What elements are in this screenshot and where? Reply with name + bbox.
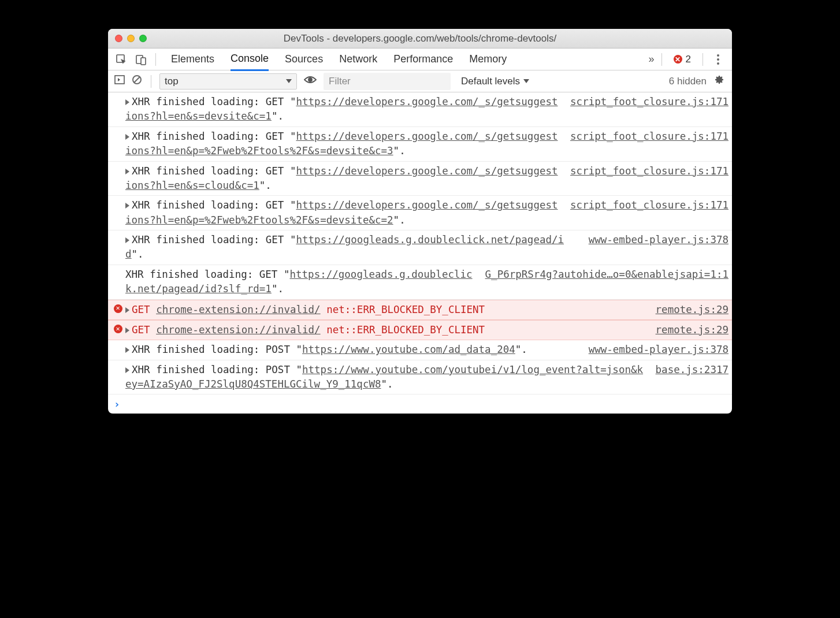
- message-text: XHR finished loading: GET "https://googl…: [125, 267, 485, 297]
- message-gutter: [110, 164, 125, 193]
- disclosure-triangle-icon[interactable]: [125, 347, 129, 353]
- error-code: net::ERR_BLOCKED_BY_CLIENT: [321, 324, 485, 336]
- tab-console[interactable]: Console: [231, 48, 269, 71]
- message-text: XHR finished loading: GET "https://devel…: [125, 164, 570, 193]
- message-gutter: [110, 342, 125, 357]
- message-gutter: [110, 198, 125, 228]
- tabs-overflow-icon[interactable]: »: [649, 53, 655, 65]
- console-message: XHR finished loading: POST "https://www.…: [108, 340, 732, 360]
- kebab-menu-icon[interactable]: [710, 54, 726, 65]
- error-icon: ✕: [114, 304, 122, 313]
- disclosure-triangle-icon[interactable]: [125, 327, 129, 333]
- console-message: XHR finished loading: POST "https://www.…: [108, 360, 732, 395]
- disclosure-triangle-icon[interactable]: [125, 134, 129, 140]
- console-messages: XHR finished loading: GET "https://devel…: [108, 92, 732, 394]
- gear-icon[interactable]: [712, 74, 726, 88]
- svg-line-5: [134, 77, 140, 83]
- chevron-down-icon: [286, 79, 292, 83]
- source-link[interactable]: remote.js:29: [656, 323, 729, 337]
- error-icon: ✕: [674, 55, 682, 64]
- svg-rect-2: [141, 58, 146, 65]
- hidden-messages[interactable]: 6 hidden: [669, 76, 707, 87]
- message-gutter: [110, 233, 125, 262]
- request-url[interactable]: chrome-extension://invalid/: [156, 324, 320, 336]
- inspect-icon[interactable]: [114, 52, 129, 67]
- error-method: GET: [132, 304, 156, 315]
- error-icon: ✕: [114, 325, 122, 333]
- error-count: 2: [686, 54, 691, 65]
- source-link[interactable]: script_foot_closure.js:171: [570, 198, 729, 228]
- message-gutter: [110, 129, 125, 159]
- live-expression-icon[interactable]: [303, 75, 318, 87]
- log-levels-selector[interactable]: Default levels: [456, 76, 534, 87]
- disclosure-triangle-icon[interactable]: [125, 307, 129, 313]
- message-text: XHR finished loading: POST "https://www.…: [125, 363, 656, 392]
- disclosure-triangle-icon[interactable]: [125, 237, 129, 243]
- console-message: XHR finished loading: GET "https://devel…: [108, 162, 732, 196]
- console-message: XHR finished loading: GET "https://googl…: [108, 230, 732, 265]
- panel-tabs: ElementsConsoleSourcesNetworkPerformance…: [108, 49, 732, 70]
- svg-point-6: [309, 78, 312, 81]
- source-link[interactable]: base.js:2317: [656, 363, 729, 392]
- source-link[interactable]: G_P6rpRSr4g?autohide…o=0&enablejsapi=1:1: [485, 267, 729, 297]
- clear-console-icon[interactable]: [131, 74, 143, 88]
- titlebar: DevTools - developers.google.com/web/too…: [108, 29, 732, 49]
- error-code: net::ERR_BLOCKED_BY_CLIENT: [321, 304, 485, 315]
- source-link[interactable]: script_foot_closure.js:171: [570, 95, 729, 124]
- tab-list: ElementsConsoleSourcesNetworkPerformance…: [163, 48, 644, 71]
- filter-input[interactable]: [324, 73, 451, 90]
- console-message: ✕GET chrome-extension://invalid/ net::ER…: [108, 320, 732, 340]
- console-prompt[interactable]: ›: [108, 394, 732, 414]
- disclosure-triangle-icon[interactable]: [125, 169, 129, 174]
- message-gutter: [110, 267, 125, 297]
- tab-sources[interactable]: Sources: [285, 49, 323, 70]
- console-toolbar: top Default levels 6 hidden: [108, 70, 732, 92]
- error-badge[interactable]: ✕ 2: [669, 54, 696, 65]
- prompt-caret-icon: ›: [114, 398, 120, 410]
- message-gutter: ✕: [110, 323, 125, 337]
- tab-network[interactable]: Network: [339, 49, 377, 70]
- message-text: XHR finished loading: GET "https://devel…: [125, 198, 570, 228]
- request-url[interactable]: chrome-extension://invalid/: [156, 304, 320, 315]
- console-message: XHR finished loading: GET "https://devel…: [108, 92, 732, 127]
- source-link[interactable]: script_foot_closure.js:171: [570, 129, 729, 159]
- console-message: XHR finished loading: GET "https://devel…: [108, 196, 732, 230]
- message-text: XHR finished loading: POST "https://www.…: [125, 342, 589, 357]
- request-url[interactable]: https://www.youtube.com/ad_data_204: [302, 344, 515, 355]
- tab-memory[interactable]: Memory: [469, 49, 507, 70]
- device-toolbar-icon[interactable]: [133, 52, 148, 67]
- context-value: top: [165, 76, 179, 87]
- message-text: GET chrome-extension://invalid/ net::ERR…: [125, 323, 656, 337]
- sidebar-toggle-icon[interactable]: [114, 74, 125, 88]
- message-text: XHR finished loading: GET "https://googl…: [125, 233, 589, 262]
- disclosure-triangle-icon[interactable]: [125, 367, 129, 373]
- tab-elements[interactable]: Elements: [171, 49, 214, 70]
- levels-label: Default levels: [461, 76, 520, 87]
- message-text: XHR finished loading: GET "https://devel…: [125, 95, 570, 124]
- source-link[interactable]: www-embed-player.js:378: [589, 342, 729, 357]
- message-gutter: [110, 95, 125, 124]
- message-text: GET chrome-extension://invalid/ net::ERR…: [125, 303, 656, 317]
- error-method: GET: [132, 324, 156, 336]
- console-message: XHR finished loading: GET "https://devel…: [108, 127, 732, 162]
- devtools-window: DevTools - developers.google.com/web/too…: [108, 29, 732, 414]
- message-text: XHR finished loading: GET "https://devel…: [125, 129, 570, 159]
- disclosure-triangle-icon[interactable]: [125, 99, 129, 105]
- source-link[interactable]: script_foot_closure.js:171: [570, 164, 729, 193]
- console-message: ✕GET chrome-extension://invalid/ net::ER…: [108, 300, 732, 320]
- context-selector[interactable]: top: [159, 73, 297, 90]
- tab-performance[interactable]: Performance: [393, 49, 453, 70]
- source-link[interactable]: remote.js:29: [656, 303, 729, 317]
- disclosure-triangle-icon[interactable]: [125, 203, 129, 209]
- source-link[interactable]: www-embed-player.js:378: [589, 233, 729, 262]
- message-gutter: ✕: [110, 303, 125, 317]
- window-title: DevTools - developers.google.com/web/too…: [108, 33, 732, 44]
- console-message: XHR finished loading: GET "https://googl…: [108, 265, 732, 300]
- message-gutter: [110, 363, 125, 392]
- chevron-down-icon: [523, 79, 529, 83]
